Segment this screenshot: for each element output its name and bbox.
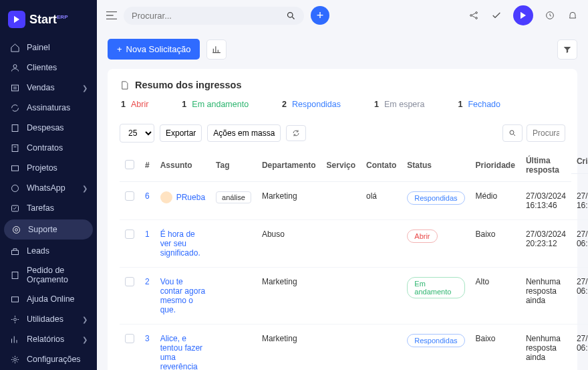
chevron-right-icon: ❯	[82, 336, 88, 343]
sidebar-item-clientes[interactable]: Clientes	[0, 58, 97, 78]
nav-label: Contratos	[27, 143, 88, 153]
svg-point-15	[470, 15, 472, 17]
nav-icon	[9, 102, 20, 113]
nav-icon	[9, 163, 20, 173]
add-button[interactable]: +	[311, 6, 329, 25]
export-button[interactable]: Exportar	[160, 124, 202, 142]
stat-item[interactable]: 2Respondidas	[282, 100, 341, 109]
subject-link[interactable]: Alice, e tentou fazer uma reverência com…	[160, 334, 205, 370]
stat-item[interactable]: 1Em andamento	[182, 100, 249, 109]
chart-toggle-button[interactable]	[206, 39, 227, 60]
tickets-table: #AssuntoTagDepartamentoServiçoContatoSta…	[120, 149, 588, 370]
row-checkbox[interactable]	[125, 334, 134, 343]
card-title: Resumo dos ingressos	[135, 80, 242, 90]
column-header[interactable]: Criada⌄	[571, 149, 588, 174]
nav-icon	[9, 354, 20, 365]
column-header[interactable]: Status	[402, 149, 470, 182]
nav-label: Assinaturas	[27, 103, 88, 112]
sidebar: StartERP PainelClientesVendas❯Assinatura…	[0, 0, 97, 370]
search-input[interactable]	[132, 11, 286, 21]
select-all-checkbox[interactable]	[125, 160, 134, 169]
svg-rect-9	[11, 250, 18, 254]
status-badge: Em andamento	[407, 277, 464, 298]
logo[interactable]: StartERP	[0, 5, 97, 37]
row-checkbox[interactable]	[125, 229, 134, 239]
nav-icon	[9, 82, 20, 93]
nav-icon	[9, 270, 20, 280]
clock-icon[interactable]	[544, 9, 556, 21]
sidebar-item-assinaturas[interactable]: Assinaturas	[0, 98, 97, 118]
ticket-id-link[interactable]: 3	[145, 334, 150, 343]
row-checkbox[interactable]	[125, 191, 134, 201]
row-checkbox[interactable]	[125, 277, 134, 286]
menu-toggle-icon[interactable]	[106, 11, 117, 20]
contact-avatar	[160, 191, 172, 203]
nav-icon	[9, 294, 20, 304]
sidebar-item-despesas[interactable]: Despesas	[0, 118, 97, 138]
dept-cell: Abuso	[257, 220, 321, 268]
svg-point-8	[15, 228, 17, 231]
sidebar-item-configurações[interactable]: Configurações	[0, 349, 97, 369]
status-badge: Respondidas	[407, 334, 464, 347]
sidebar-item-utilidades[interactable]: Utilidades❯	[0, 309, 97, 329]
plus-icon: +	[117, 44, 122, 54]
column-header[interactable]: Serviço	[321, 149, 361, 182]
bell-icon[interactable]	[567, 9, 579, 21]
svg-rect-4	[11, 165, 18, 171]
svg-point-19	[510, 130, 514, 134]
table-search-input[interactable]	[527, 124, 565, 142]
sidebar-item-vendas[interactable]: Vendas❯	[0, 78, 97, 98]
column-header[interactable]: Tag	[210, 149, 257, 182]
sidebar-item-contratos[interactable]: Contratos	[0, 138, 97, 158]
sidebar-item-leads[interactable]: Leads	[0, 241, 97, 261]
topbar: +	[97, 0, 588, 31]
column-header[interactable]: Departamento	[257, 149, 321, 182]
column-header[interactable]: #	[140, 149, 155, 182]
subject-link[interactable]: PRueba	[176, 193, 205, 202]
new-ticket-button[interactable]: + Nova Solicitação	[108, 39, 200, 60]
search-icon[interactable]	[286, 11, 296, 21]
contact-cell: olá	[361, 182, 402, 220]
subject-link[interactable]: Vou te contar agora mesmo o que.	[160, 277, 205, 314]
stat-item[interactable]: 1Fechado	[458, 100, 500, 109]
last-response-cell: 27/03/2024 20:23:12	[521, 220, 571, 268]
avatar[interactable]	[513, 5, 533, 25]
svg-rect-3	[12, 145, 18, 151]
sidebar-item-painel[interactable]: Painel	[0, 37, 97, 58]
svg-point-14	[288, 12, 293, 17]
ticket-id-link[interactable]: 1	[145, 229, 150, 239]
sidebar-item-ajuda-online[interactable]: Ajuda Online	[0, 289, 97, 309]
share-icon[interactable]	[468, 9, 480, 21]
page-size-select[interactable]: 25	[120, 124, 154, 143]
check-icon[interactable]	[490, 9, 502, 21]
search-box[interactable]	[124, 7, 304, 25]
sidebar-item-suporte[interactable]: Suporte	[4, 219, 93, 240]
column-header[interactable]: Prioridade	[470, 149, 521, 182]
column-header[interactable]: Assunto	[155, 149, 210, 182]
svg-rect-10	[12, 272, 18, 278]
column-header[interactable]: Última resposta	[521, 149, 571, 182]
stat-item[interactable]: 1Em espera	[374, 100, 424, 109]
stat-item[interactable]: 1Abrir	[121, 100, 148, 109]
sidebar-item-projetos[interactable]: Projetos	[0, 158, 97, 178]
subject-link[interactable]: É hora de ver seu significado.	[160, 229, 205, 258]
stat-count: 1	[458, 100, 462, 109]
nav-icon	[11, 224, 21, 235]
ticket-id-link[interactable]: 2	[145, 277, 150, 286]
sidebar-item-whatsapp[interactable]: WhatsApp❯	[0, 178, 97, 198]
svg-point-0	[13, 64, 17, 68]
bulk-actions-button[interactable]: Ações em massa	[207, 124, 281, 142]
sidebar-item-tarefas[interactable]: Tarefas	[0, 198, 97, 218]
sidebar-item-relatórios[interactable]: Relatórios❯	[0, 329, 97, 349]
stat-label: Em andamento	[192, 100, 249, 109]
priority-cell: Baixo	[470, 220, 521, 268]
status-badge: Abrir	[407, 229, 437, 243]
svg-rect-11	[11, 296, 18, 302]
sidebar-item-pedido-de-orçamento[interactable]: Pedido de Orçamento	[0, 261, 97, 289]
ticket-id-link[interactable]: 6	[145, 191, 150, 201]
table-search-icon-button[interactable]	[502, 124, 523, 142]
filter-button[interactable]	[557, 39, 577, 60]
column-header[interactable]: Contato	[361, 149, 402, 182]
stat-label: Fechado	[468, 100, 500, 109]
refresh-button[interactable]	[286, 125, 306, 141]
